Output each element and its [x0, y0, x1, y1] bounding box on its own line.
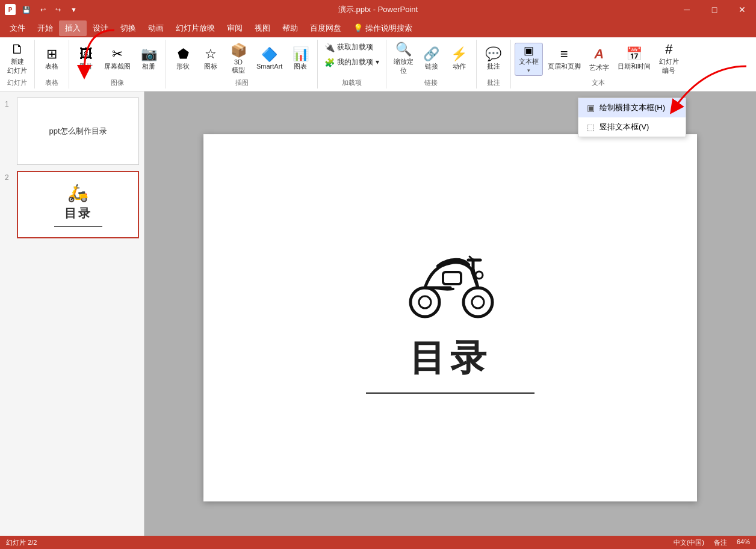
slides-panel: 1 ppt怎么制作目录 2 🛵 目录 [0, 92, 144, 544]
ribbon-group-slide: 🗋 新建幻灯片 幻灯片 [0, 40, 35, 88]
slide-thumb-2[interactable]: 2 🛵 目录 [5, 171, 139, 238]
draw-horizontal-textbox[interactable]: ▣ 绘制横排文本框(H) [578, 98, 686, 117]
menu-animation[interactable]: 动画 [142, 20, 170, 36]
datetime-btn[interactable]: 📅 日期和时间 [614, 46, 654, 73]
quick-access-btn[interactable]: ▼ [67, 5, 80, 14]
slide2-underline [54, 226, 102, 227]
ribbon-label-illus: 插图 [170, 77, 314, 87]
album-btn[interactable]: 📷 相册 [135, 46, 162, 73]
album-icon: 📷 [141, 48, 157, 61]
ribbon-label-addins: 加载项 [321, 77, 382, 87]
get-addins-btn[interactable]: 🔌 获取加载项 [321, 41, 376, 54]
header-footer-icon: ≡ [560, 48, 568, 61]
comment-btn[interactable]: 💬 批注 [480, 46, 507, 73]
smartart-icon: 🔷 [261, 48, 277, 61]
slide1-text: ppt怎么制作目录 [49, 126, 107, 137]
svg-rect-8 [443, 272, 461, 284]
menu-insert[interactable]: 插入 [59, 20, 87, 36]
textbox-dropdown: ▣ 绘制横排文本框(H) ⬚ 竖排文本框(V) [578, 98, 686, 137]
slidenum-icon: # [665, 43, 672, 56]
scooter-image [402, 242, 498, 322]
window-controls: ─ □ ✕ [673, 0, 756, 19]
menu-slideshow[interactable]: 幻灯片放映 [170, 20, 221, 36]
my-addins-btn[interactable]: 🧩 我的加载项 ▾ [321, 56, 382, 69]
table-btn[interactable]: ⊞ 表格 [39, 46, 65, 73]
status-bar: 幻灯片 2/2 中文(中国) 备注 64% [0, 536, 756, 549]
my-addins-icon: 🧩 [324, 58, 335, 67]
slide-num-1: 1 [5, 98, 13, 108]
menu-bar: 文件 开始 插入 设计 切换 动画 幻灯片放映 审阅 视图 帮助 百度网盘 💡 … [0, 19, 756, 37]
ribbon-group-addins: 🔌 获取加载项 🧩 我的加载项 ▾ 加载项 [318, 40, 386, 88]
icons-icon: ☆ [205, 48, 217, 61]
slide-canvas[interactable]: 目录 [203, 134, 697, 501]
minimize-btn[interactable]: ─ [673, 0, 701, 19]
main-area: 1 ppt怎么制作目录 2 🛵 目录 [0, 92, 756, 544]
table-icon: ⊞ [46, 48, 57, 61]
slide-preview-2[interactable]: 🛵 目录 [17, 171, 139, 238]
language-info: 中文(中国) [674, 538, 704, 547]
image-icon: 🖼 [79, 48, 93, 61]
close-btn[interactable]: ✕ [728, 0, 756, 19]
screenshot-btn[interactable]: ✂ 屏幕截图 [101, 46, 134, 73]
title-bar-left: P 💾 ↩ ↪ ▼ [5, 4, 80, 15]
wordart-btn[interactable]: A 艺术字 [586, 45, 613, 74]
action-icon: ⚡ [451, 48, 467, 61]
vertical-textbox-icon: ⬚ [587, 122, 595, 132]
title-bar: P 💾 ↩ ↪ ▼ 演示.pptx - PowerPoint ─ □ ✕ [0, 0, 756, 19]
redo-btn[interactable]: ↪ [52, 5, 64, 15]
slide-main-underline [366, 392, 534, 394]
svg-point-9 [476, 271, 483, 279]
maximize-btn[interactable]: □ [701, 0, 728, 19]
link-icon: 🔗 [423, 48, 439, 61]
ribbon-group-links: 🔍 缩放定位 🔗 链接 ⚡ 动作 链接 [386, 40, 477, 88]
ribbon-group-images: 🖼 图片 ✂ 屏幕截图 📷 相册 图像 [69, 40, 166, 88]
slide-info: 幻灯片 2/2 [6, 538, 37, 547]
ribbon-group-table: ⊞ 表格 表格 [35, 40, 69, 88]
slide-num-2: 2 [5, 171, 13, 182]
ribbon-label-comments: 批注 [480, 77, 507, 87]
comment-icon: 💬 [485, 48, 501, 61]
window-title: 演示.pptx - PowerPoint [338, 4, 418, 15]
slide-thumb-1[interactable]: 1 ppt怎么制作目录 [5, 98, 139, 165]
save-btn[interactable]: 💾 [19, 5, 34, 15]
ribbon: 🗋 新建幻灯片 幻灯片 ⊞ 表格 表格 🖼 图片 ✂ 屏幕截图 [0, 37, 756, 92]
ribbon-label-images: 图像 [73, 77, 162, 87]
slidenum-btn[interactable]: # 幻灯片编号 [655, 41, 683, 77]
ribbon-label-slide: 幻灯片 [4, 77, 31, 87]
icons-btn[interactable]: ☆ 图标 [197, 46, 224, 73]
shapes-btn[interactable]: ⬟ 形状 [170, 46, 196, 73]
chart-icon: 📊 [293, 48, 309, 61]
notes-btn[interactable]: 备注 [714, 538, 727, 547]
svg-point-0 [411, 288, 439, 317]
ribbon-label-links: 链接 [390, 77, 472, 87]
image-btn[interactable]: 🖼 图片 [73, 46, 99, 73]
menu-file[interactable]: 文件 [4, 20, 31, 36]
menu-review[interactable]: 审阅 [221, 20, 249, 36]
action-btn[interactable]: ⚡ 动作 [446, 46, 472, 73]
menu-home[interactable]: 开始 [31, 20, 59, 36]
menu-baidu[interactable]: 百度网盘 [304, 20, 347, 36]
textbox-icon: ▣ [524, 45, 534, 56]
zoom-btn[interactable]: 🔍 缩放定位 [390, 41, 417, 77]
svg-point-1 [419, 296, 431, 308]
link-btn[interactable]: 🔗 链接 [418, 46, 445, 73]
menu-transition[interactable]: 切换 [114, 20, 142, 36]
slide-preview-1[interactable]: ppt怎么制作目录 [17, 98, 139, 165]
new-slide-btn[interactable]: 🗋 新建幻灯片 [4, 41, 31, 77]
3d-btn[interactable]: 📦 3D模型 [225, 42, 252, 76]
chart-btn[interactable]: 📊 图表 [287, 46, 314, 73]
slide2-title: 目录 [64, 205, 92, 222]
menu-help[interactable]: 帮助 [276, 20, 304, 36]
menu-design[interactable]: 设计 [87, 20, 114, 36]
smartart-btn[interactable]: 🔷 SmartArt [253, 46, 286, 72]
ribbon-group-comments: 💬 批注 批注 [477, 40, 511, 88]
get-addins-icon: 🔌 [324, 43, 335, 52]
new-slide-icon: 🗋 [11, 43, 24, 56]
ribbon-label-table: 表格 [39, 77, 65, 87]
menu-view[interactable]: 视图 [249, 20, 276, 36]
textbox-btn[interactable]: ▣ 文本框 ▾ [515, 43, 543, 76]
menu-search[interactable]: 💡 操作说明搜索 [347, 20, 418, 36]
draw-vertical-textbox[interactable]: ⬚ 竖排文本框(V) [578, 117, 686, 137]
undo-btn[interactable]: ↩ [37, 5, 49, 15]
header-footer-btn[interactable]: ≡ 页眉和页脚 [544, 46, 584, 73]
